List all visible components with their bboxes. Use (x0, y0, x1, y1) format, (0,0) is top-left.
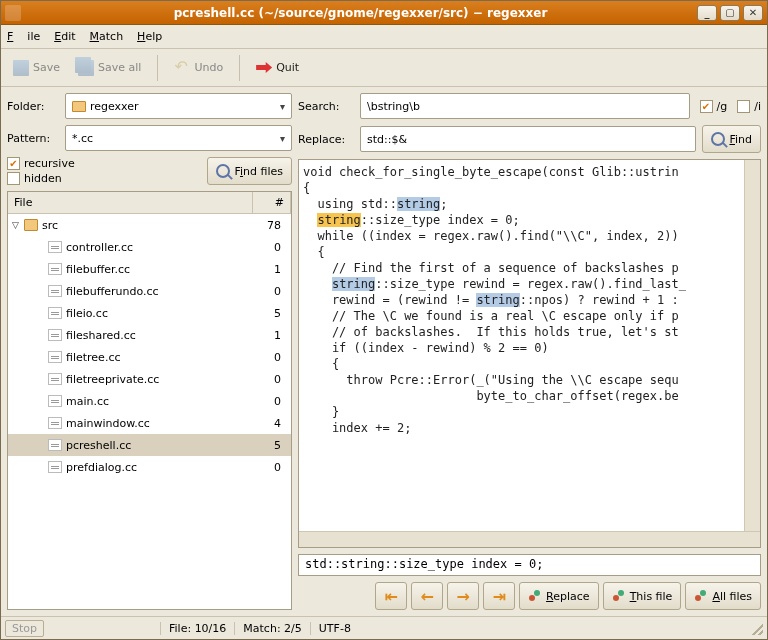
menu-file[interactable]: File (7, 30, 40, 43)
replace-all-files-button[interactable]: All files (685, 582, 761, 610)
file-icon (48, 417, 62, 429)
quit-icon (256, 60, 272, 76)
checkbox-icon (7, 172, 20, 185)
tree-file[interactable]: main.cc0 (8, 390, 291, 412)
statusbar: Stop File: 10/16 Match: 2/5 UTF-8 (1, 616, 767, 639)
tree-header-count[interactable]: # (253, 192, 291, 213)
item-name: main.cc (66, 395, 253, 408)
item-name: controller.cc (66, 241, 253, 254)
tree-file[interactable]: mainwindow.cc4 (8, 412, 291, 434)
code-viewer: void check_for_single_byte_escape(const … (298, 159, 761, 548)
folder-chooser[interactable]: regexxer ▾ (65, 93, 292, 119)
quit-button[interactable]: Quit (250, 54, 305, 82)
checkbox-icon: ✔ (7, 157, 20, 170)
arrow-right-icon: → (456, 587, 469, 606)
save-all-icon (78, 60, 94, 76)
item-count: 0 (253, 373, 287, 386)
file-icon (48, 285, 62, 297)
status-encoding: UTF-8 (310, 622, 351, 635)
tree-file[interactable]: controller.cc0 (8, 236, 291, 258)
search-input[interactable]: \bstring\b (360, 93, 690, 119)
search-label: Search: (298, 100, 354, 113)
tree-file[interactable]: prefdialog.cc0 (8, 456, 291, 478)
tree-header-file[interactable]: File (8, 192, 253, 213)
menu-help[interactable]: Help (137, 30, 162, 43)
item-name: filetree.cc (66, 351, 253, 364)
resize-grip[interactable] (749, 621, 763, 635)
file-icon (48, 329, 62, 341)
item-count: 0 (253, 285, 287, 298)
item-count: 78 (253, 219, 287, 232)
scrollbar-vertical[interactable] (744, 160, 760, 531)
folder-icon (72, 101, 86, 112)
tree-file[interactable]: pcreshell.cc5 (8, 434, 291, 456)
item-count: 0 (253, 241, 287, 254)
last-match-button[interactable]: ⇥ (483, 582, 515, 610)
tree-file[interactable]: filetree.cc0 (8, 346, 291, 368)
search-icon (711, 132, 725, 146)
file-icon (48, 461, 62, 473)
toolbar: Save Save all Undo Quit (1, 49, 767, 87)
save-button: Save (7, 54, 66, 82)
recursive-checkbox[interactable]: ✔ recursive (7, 157, 75, 170)
replace-label: Replace: (298, 133, 354, 146)
flag-i-checkbox[interactable]: /i (737, 100, 761, 113)
menu-edit[interactable]: Edit (54, 30, 75, 43)
hidden-checkbox[interactable]: hidden (7, 172, 75, 185)
replace-this-file-button[interactable]: This file (603, 582, 682, 610)
undo-button: Undo (168, 54, 229, 82)
tree-file[interactable]: filebufferundo.cc0 (8, 280, 291, 302)
replace-icon (528, 589, 542, 603)
item-name: fileshared.cc (66, 329, 253, 342)
item-name: filebufferundo.cc (66, 285, 253, 298)
search-value: \bstring\b (367, 100, 420, 113)
first-match-button[interactable]: ⇤ (375, 582, 407, 610)
item-name: prefdialog.cc (66, 461, 253, 474)
menu-match[interactable]: Match (90, 30, 124, 43)
item-count: 1 (253, 263, 287, 276)
scrollbar-horizontal[interactable] (299, 531, 760, 547)
file-icon (48, 439, 62, 451)
titlebar[interactable]: pcreshell.cc (~/source/gnome/regexxer/sr… (1, 1, 767, 25)
window-title: pcreshell.cc (~/source/gnome/regexxer/sr… (27, 6, 694, 20)
replace-value: std::$& (367, 133, 407, 146)
app-icon (5, 5, 21, 21)
find-button[interactable]: Find (702, 125, 761, 153)
item-count: 0 (253, 351, 287, 364)
find-files-button[interactable]: Find files (207, 157, 292, 185)
replace-icon (694, 589, 708, 603)
arrow-left-icon: ← (420, 587, 433, 606)
close-button[interactable]: ✕ (743, 5, 763, 21)
prev-match-button[interactable]: ← (411, 582, 443, 610)
item-count: 0 (253, 395, 287, 408)
next-match-button[interactable]: → (447, 582, 479, 610)
tree-file[interactable]: fileshared.cc1 (8, 324, 291, 346)
pattern-label: Pattern: (7, 132, 59, 145)
pattern-input[interactable]: *.cc ▾ (65, 125, 292, 151)
arrow-last-icon: ⇥ (492, 587, 505, 606)
arrow-first-icon: ⇤ (384, 587, 397, 606)
tree-file[interactable]: fileio.cc5 (8, 302, 291, 324)
item-name: mainwindow.cc (66, 417, 253, 430)
file-icon (48, 241, 62, 253)
item-count: 5 (253, 439, 287, 452)
chevron-down-icon: ▾ (280, 101, 285, 112)
flag-g-checkbox[interactable]: ✔ /g (700, 100, 728, 113)
item-name: src (42, 219, 253, 232)
minimize-button[interactable]: _ (697, 5, 717, 21)
file-icon (48, 351, 62, 363)
maximize-button[interactable]: ▢ (720, 5, 740, 21)
code-area[interactable]: void check_for_single_byte_escape(const … (299, 160, 744, 531)
checkbox-icon: ✔ (700, 100, 713, 113)
item-count: 4 (253, 417, 287, 430)
tree-folder[interactable]: ▽src78 (8, 214, 291, 236)
save-all-button: Save all (72, 54, 147, 82)
status-file: File: 10/16 (160, 622, 226, 635)
save-icon (13, 60, 29, 76)
tree-file[interactable]: filetreeprivate.cc0 (8, 368, 291, 390)
replace-icon (612, 589, 626, 603)
replace-button[interactable]: Replace (519, 582, 599, 610)
file-tree: File # ▽src78controller.cc0filebuffer.cc… (7, 191, 292, 610)
tree-file[interactable]: filebuffer.cc1 (8, 258, 291, 280)
replace-input[interactable]: std::$& (360, 126, 696, 152)
